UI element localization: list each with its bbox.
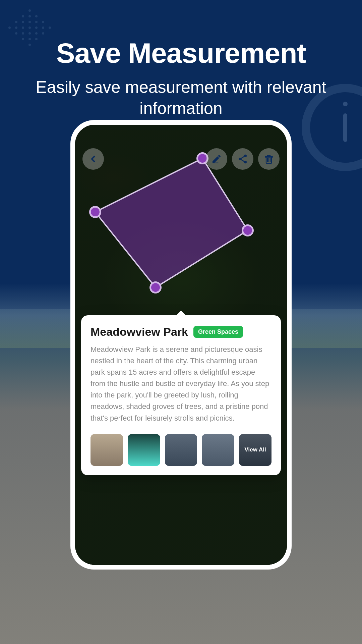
svg-point-2	[244, 155, 247, 157]
phone-screen: Meadowview Park Green Spaces Meadowview …	[75, 125, 287, 565]
category-tag[interactable]: Green Spaces	[193, 326, 243, 338]
card-title: Meadowview Park	[90, 325, 188, 338]
svg-point-3	[239, 158, 241, 160]
share-icon	[237, 154, 248, 164]
share-button[interactable]	[232, 148, 253, 170]
polygon-handle[interactable]	[242, 224, 254, 236]
heading-section: Save Measurement Easily save measurement…	[0, 0, 362, 119]
svg-point-4	[244, 161, 247, 163]
pencil-icon	[211, 154, 222, 164]
thumbnail[interactable]	[202, 434, 234, 466]
thumbnail-row: View All	[90, 434, 272, 466]
trash-icon	[263, 154, 274, 164]
svg-marker-0	[95, 158, 248, 287]
polygon-handle[interactable]	[149, 281, 162, 293]
page-title: Save Measurement	[0, 37, 362, 69]
page-subtitle: Easily save measurement with relevant in…	[0, 77, 362, 119]
info-card: Meadowview Park Green Spaces Meadowview …	[81, 315, 281, 475]
measurement-polygon[interactable]	[83, 153, 271, 308]
top-toolbar	[75, 148, 287, 170]
view-all-label: View All	[244, 446, 266, 453]
back-button[interactable]	[82, 148, 104, 170]
thumbnail[interactable]	[128, 434, 160, 466]
phone-frame: Meadowview Park Green Spaces Meadowview …	[70, 120, 292, 570]
card-description: Meadowview Park is a serene and pictures…	[90, 344, 272, 424]
edit-button[interactable]	[206, 148, 227, 170]
svg-rect-1	[213, 163, 218, 163]
thumbnail[interactable]	[90, 434, 123, 466]
delete-button[interactable]	[258, 148, 280, 170]
polygon-handle[interactable]	[89, 206, 101, 218]
view-all-button[interactable]: View All	[239, 434, 272, 466]
chevron-left-icon	[88, 154, 99, 164]
thumbnail[interactable]	[165, 434, 197, 466]
